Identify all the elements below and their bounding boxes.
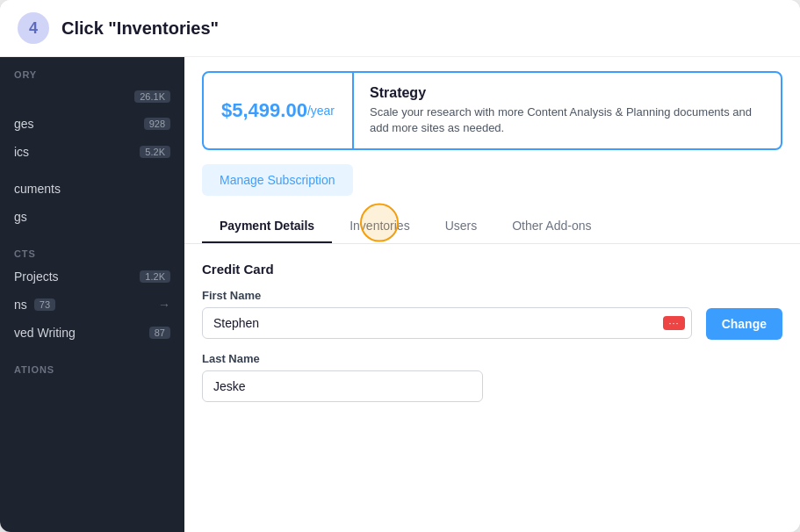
- sidebar-item-saved-writing[interactable]: ved Writing 87: [0, 319, 184, 347]
- sidebar-item-label-documents: cuments: [14, 182, 61, 196]
- last-name-input[interactable]: [202, 370, 483, 402]
- sidebar-item-ics[interactable]: ics 5.2K: [0, 138, 184, 166]
- manage-subscription-wrap: Manage Subscription: [184, 164, 800, 210]
- manage-subscription-button[interactable]: Manage Subscription: [202, 164, 353, 196]
- tabs-bar: Payment Details Inventories Users Other …: [184, 210, 800, 244]
- credit-card-title: Credit Card: [202, 262, 782, 277]
- main-window: 4 Click "Inventories" ORY 26.1K ges 928 …: [0, 0, 800, 532]
- sidebar-item-ns[interactable]: ns 73 →: [0, 291, 184, 319]
- instruction-bar: 4 Click "Inventories": [0, 0, 800, 57]
- last-name-group: Last Name: [202, 352, 483, 402]
- last-name-input-wrap: [202, 370, 483, 402]
- price-amount: $5,499.00: [221, 99, 307, 122]
- pricing-card: $5,499.00 /year Strategy Scale your rese…: [202, 71, 782, 150]
- arrow-icon-ns: →: [158, 298, 170, 312]
- sidebar-badge-saved-writing: 87: [149, 327, 170, 339]
- sidebar-item-label-gs: gs: [14, 210, 27, 224]
- sidebar: ORY 26.1K ges 928 ics 5.2K cuments gs CT…: [0, 57, 184, 532]
- sidebar-item-label-ges: ges: [14, 117, 34, 131]
- first-name-input-wrap: ···: [202, 307, 692, 339]
- content-area: $5,499.00 /year Strategy Scale your rese…: [184, 57, 800, 532]
- pricing-right: Strategy Scale your research with more C…: [354, 73, 781, 148]
- first-name-label: First Name: [202, 289, 692, 302]
- last-name-label: Last Name: [202, 352, 483, 365]
- tab-users-label: Users: [445, 219, 478, 233]
- sidebar-item-projects[interactable]: Projects 1.2K: [0, 262, 184, 291]
- sidebar-item-label-ns: ns: [14, 298, 27, 312]
- tab-payment-details[interactable]: Payment Details: [202, 210, 332, 243]
- change-button[interactable]: Change: [706, 308, 782, 340]
- tab-other-addons-label: Other Add-ons: [512, 219, 591, 233]
- tab-users[interactable]: Users: [428, 210, 495, 243]
- sidebar-item-label-ics: ics: [14, 145, 29, 159]
- plan-name: Strategy: [370, 85, 765, 101]
- sidebar-badge-projects: 1.2K: [140, 270, 170, 283]
- step-badge: 4: [18, 12, 49, 44]
- first-name-row: First Name ··· Change: [202, 289, 782, 340]
- tab-payment-details-label: Payment Details: [220, 219, 314, 233]
- sidebar-badge-ics: 5.2K: [140, 146, 170, 158]
- sidebar-item-label-saved-writing: ved Writing: [14, 326, 76, 340]
- sidebar-section-ations: ATIONS: [0, 356, 184, 378]
- first-name-input[interactable]: [202, 307, 692, 339]
- sidebar-item-label-projects: Projects: [14, 270, 59, 284]
- last-name-row: Last Name: [202, 352, 782, 402]
- tab-inventories[interactable]: Inventories: [332, 210, 427, 243]
- first-name-group: First Name ···: [202, 289, 692, 339]
- sidebar-item-documents[interactable]: cuments: [0, 175, 184, 203]
- sidebar-section-ory: ORY: [0, 61, 184, 83]
- sidebar-badge-26k: 26.1K: [134, 90, 170, 103]
- tab-inventories-label: Inventories: [350, 219, 409, 233]
- price-period: /year: [307, 104, 335, 118]
- sidebar-badge-ges: 928: [144, 118, 170, 130]
- form-section: Credit Card First Name ··· Change Last N…: [184, 262, 800, 402]
- main-area: ORY 26.1K ges 928 ics 5.2K cuments gs CT…: [0, 57, 800, 532]
- sidebar-item-26k[interactable]: 26.1K: [0, 83, 184, 110]
- sidebar-badge-ns: 73: [34, 298, 55, 311]
- tab-other-addons[interactable]: Other Add-ons: [494, 210, 609, 243]
- first-name-dots-button[interactable]: ···: [663, 316, 684, 330]
- plan-desc: Scale your research with more Content An…: [370, 104, 765, 136]
- sidebar-section-cts: CTS: [0, 240, 184, 262]
- pricing-left: $5,499.00 /year: [204, 73, 354, 148]
- sidebar-item-gs[interactable]: gs: [0, 203, 184, 231]
- instruction-text: Click "Inventories": [61, 18, 219, 39]
- sidebar-item-ges[interactable]: ges 928: [0, 110, 184, 138]
